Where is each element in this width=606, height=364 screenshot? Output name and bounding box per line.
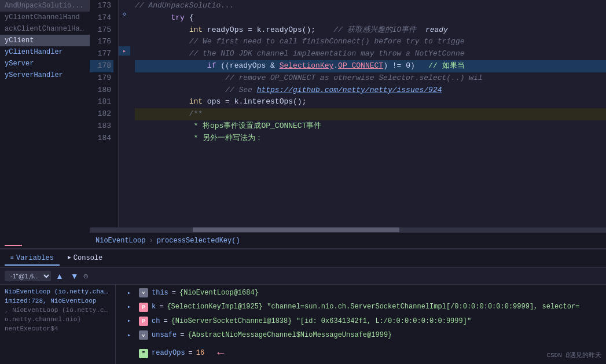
variables-list: ▸ v this = {NioEventLoop@1684} ▸ p k = {…: [116, 285, 606, 364]
variables-icon: ≡: [10, 255, 14, 261]
code-content[interactable]: // AndUnpackSolutio... try { int readyOp…: [130, 0, 606, 227]
code-line-184: * 另外一种写法为：: [135, 133, 606, 145]
var-k[interactable]: ▸ p k = {SelectionKeyImpl@1925} "channel…: [116, 300, 606, 314]
editor-area: 173 174 175 176 177 178 179 180 181 182 …: [90, 0, 606, 248]
code-line-175: int readyOps = k.readyOps(); // 获取感兴趣的IO…: [135, 24, 606, 36]
sidebar-item-5[interactable]: yServer: [0, 58, 90, 69]
bottom-tabs: ≡ Variables ► Console: [0, 249, 606, 268]
code-panel: 173 174 175 176 177 178 179 180 181 182 …: [90, 0, 606, 227]
code-line-183: * 将ops事件设置成OP_CONNECT事件: [135, 120, 606, 133]
var-icon-this: v: [139, 288, 148, 297]
frame-selector[interactable]: -1"@1,6...: [5, 271, 51, 281]
gutter: ◇ ▸: [119, 0, 130, 227]
var-icon-ch: p: [139, 317, 148, 326]
call-stack-item-4[interactable]: nentExecutor$4: [0, 324, 115, 333]
sidebar-item-6[interactable]: yServerHandler: [0, 69, 90, 81]
var-ch[interactable]: ▸ p ch = {NioServerSocketChannel@1838} "…: [116, 314, 606, 328]
code-line-177: // the NIO JDK channel implementation ma…: [135, 48, 606, 60]
code-line-178: if ((readyOps & SelectionKey.OP_CONNECT)…: [135, 60, 606, 72]
call-stack-item-0[interactable]: NioEventLoop (io.netty.cha...: [0, 287, 115, 296]
code-line-179: // remove OP_CONNECT as otherwise Select…: [135, 72, 606, 84]
sidebar-item-4[interactable]: yClientHandler: [0, 46, 90, 58]
code-line-182: /**: [135, 108, 606, 120]
sidebar: AndUnpackSolutio... yClientChannelHand a…: [0, 0, 90, 248]
horizontal-scrollbar[interactable]: [90, 227, 606, 232]
call-stack: NioEventLoop (io.netty.cha... imized:728…: [0, 285, 116, 364]
breadcrumb-method: processSelectedKey(): [157, 237, 240, 245]
breadcrumb-bar: NioEventLoop › processSelectedKey(): [90, 232, 606, 248]
var-unsafe[interactable]: ▸ v unsafe = {AbstractNioMessageChannel$…: [116, 328, 606, 342]
debug-controls: -1"@1,6... ▲ ▼ ⊜: [0, 268, 606, 285]
code-line-173: // AndUnpackSolutio...: [135, 0, 606, 12]
console-icon: ►: [68, 255, 71, 261]
arrow-annotation: ←: [217, 344, 224, 363]
expand-icon-unsafe: ▸: [127, 330, 135, 340]
tab-console[interactable]: ► Console: [62, 252, 108, 266]
var-icon-k: p: [139, 303, 148, 312]
variables-area: NioEventLoop (io.netty.cha... imized:728…: [0, 285, 606, 364]
step-up-button[interactable]: ▲: [53, 270, 66, 282]
call-stack-item-2[interactable]: , NioEventLoop (io.netty.cha...: [0, 306, 115, 315]
var-icon-readyops: =: [139, 349, 148, 358]
var-icon-unsafe: v: [139, 330, 148, 340]
code-line-180: // See https://github.com/netty/netty/is…: [135, 84, 606, 97]
expand-icon-this: ▸: [127, 288, 135, 298]
var-readyops[interactable]: ▸ = readyOps = 16 ←: [116, 343, 606, 364]
main-area: AndUnpackSolutio... yClientChannelHand a…: [0, 0, 606, 248]
watermark: CSDN @遇见的昨天: [546, 351, 601, 359]
call-stack-item-1[interactable]: imized:728, NioEventLoop: [0, 296, 115, 306]
breadcrumb-class: NioEventLoop: [96, 237, 145, 245]
var-this[interactable]: ▸ v this = {NioEventLoop@1684}: [116, 286, 606, 300]
tab-variables[interactable]: ≡ Variables: [5, 252, 60, 266]
code-line-176: // We first need to call finishConnect()…: [135, 36, 606, 48]
sidebar-item-3[interactable]: yClient: [0, 35, 90, 46]
filter-icon[interactable]: ⊜: [83, 271, 88, 281]
sidebar-item-0[interactable]: AndUnpackSolutio...: [0, 0, 90, 12]
tab-variables-label: Variables: [16, 254, 54, 262]
sidebar-item-2[interactable]: ackClientChannelHa...: [0, 23, 90, 35]
code-line-181: int ops = k.interestOps();: [135, 96, 606, 108]
bottom-panel: ≡ Variables ► Console -1"@1,6... ▲ ▼ ⊜ N…: [0, 248, 606, 364]
expand-icon-k: ▸: [127, 302, 135, 312]
code-line-174: try {: [135, 12, 606, 24]
sidebar-item-1[interactable]: yClientChannelHand: [0, 12, 90, 23]
tab-console-label: Console: [74, 254, 102, 262]
call-stack-item-3[interactable]: o.netty.channel.nio}: [0, 315, 115, 324]
step-down-button[interactable]: ▼: [68, 270, 81, 282]
line-numbers: 173 174 175 176 177 178 179 180 181 182 …: [90, 0, 119, 227]
expand-icon-ch: ▸: [127, 316, 135, 326]
